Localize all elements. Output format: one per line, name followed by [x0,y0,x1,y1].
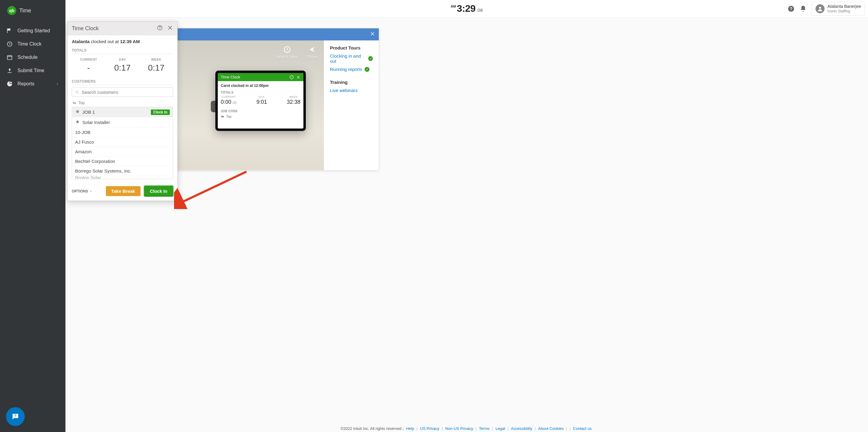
customer-breadcrumb[interactable]: Top [67,99,177,107]
time-clock-modal: Time Clock Atalanta clocked out at 12:39… [67,22,178,201]
mini-week-lbl: WEEK [289,95,298,98]
separator: | [569,426,570,431]
nav-label: Getting Started [18,28,50,33]
mini-current-lbl: CURRENT [221,95,236,98]
search-icon [75,90,79,94]
options-label: OPTIONS [72,189,88,193]
customer-item[interactable]: Borrego Solar Systems, Inc. [72,166,173,176]
week-value: 0:17 [148,63,165,72]
status-line: Atalanta clocked out at 12:39 AM [67,35,177,46]
footer-link[interactable]: US Privacy [420,426,439,431]
nav-label: Reports [18,81,34,87]
customer-item[interactable]: Boston Solar [72,176,173,179]
status-mid: clocked out at [90,39,120,44]
chevron-right-icon [56,81,59,87]
clock-icon [7,41,13,47]
nav-submit-time[interactable]: Submit Time [0,64,65,77]
clock-in-pill[interactable]: Clock In [151,110,170,115]
upload-icon [7,68,13,73]
status-time: 12:39 AM [120,39,140,44]
annotation-arrow [174,170,252,209]
customer-item[interactable]: JOB 1Clock In [72,107,173,117]
tour-label: Running reports [330,67,362,72]
tour-clocking[interactable]: Clocking in and out [330,53,373,64]
training-webinars[interactable]: Live webinars [330,88,373,93]
product-tours-heading: Product Tours [330,45,373,51]
footer-link[interactable]: Accessibility [511,426,532,431]
mini-top: Top [218,114,303,120]
separator: | [403,426,404,431]
check-icon [365,67,369,72]
bell-icon[interactable] [800,5,807,12]
clock-seconds: :08 [476,7,483,13]
separator: | [476,426,476,431]
search-input[interactable] [82,90,170,95]
footer-link[interactable]: Contact us [573,426,592,431]
customer-item[interactable]: Amazon [72,147,173,157]
customer-item[interactable]: 10-JOB [72,128,173,137]
customer-name: Boston Solar [75,176,101,179]
close-icon[interactable] [167,25,173,32]
help-icon[interactable]: ? [787,5,795,12]
footer-link[interactable]: Help [406,426,414,431]
customer-item[interactable]: Solar Installer [72,117,173,128]
day-value: 0:17 [114,63,131,72]
footer-link[interactable]: Non-US Privacy [445,426,473,431]
mini-title: Time Clock [221,75,240,79]
check-icon [368,56,373,61]
tour-reports[interactable]: Running reports [330,67,373,72]
user-company: Iconic Staffing [828,9,861,13]
options-toggle[interactable]: OPTIONS [72,189,92,193]
training-label: Live webinars [330,88,358,93]
customer-name: 10-JOB [75,130,91,135]
calendar-icon [7,54,13,60]
separator: | [507,426,508,431]
customer-item[interactable]: AJ Fusco [72,137,173,147]
clock-hhmm: 3:29 [457,3,476,14]
nav-label: Submit Time [18,68,44,73]
customer-item[interactable]: Bechtel Corporation [72,157,173,166]
chat-help-icon: ? [11,412,20,421]
footer-link[interactable]: Legal [496,426,505,431]
search-input-wrap[interactable] [72,88,173,97]
current-time: AM 3:29 :08 [451,3,483,14]
nav-reports[interactable]: Reports [0,77,65,91]
main: AM 3:29 :08 ? Atalanta Banerjee Iconic S… [65,0,868,432]
current-label: CURRENT [72,58,105,61]
user-chip[interactable]: Atalanta Banerjee Iconic Staffing [812,2,865,16]
training-heading: Training [330,80,373,85]
clock-in-button[interactable]: Clock In [144,186,173,196]
svg-text:?: ? [789,6,792,11]
svg-text:?: ? [291,76,292,78]
customer-name: Solar Installer [82,120,110,125]
svg-line-11 [180,172,246,203]
watch-later-button[interactable]: Watch later [276,45,298,59]
nav-time-clock[interactable]: Time Clock [0,37,65,51]
nav-getting-started[interactable]: Getting Started [0,24,65,37]
clock-ampm: AM [451,4,456,8]
svg-text:?: ? [14,413,16,418]
share-button[interactable]: Share [307,45,318,59]
modal-header: Time Clock [67,22,177,35]
topbar: AM 3:29 :08 ? Atalanta Banerjee Iconic S… [65,0,868,18]
footer-link[interactable]: Terms [479,426,490,431]
customer-name: Borrego Solar Systems, Inc. [75,168,131,174]
take-break-button[interactable]: Take Break [106,186,141,196]
tour-label: Clocking in and out [330,53,366,64]
nav-schedule[interactable]: Schedule [0,51,65,64]
brand-name: Time [19,7,31,14]
nav-label: Time Clock [18,41,41,47]
help-fab-button[interactable]: ? [6,407,25,426]
flag-icon [7,28,13,34]
close-icon[interactable] [370,31,375,38]
footer-link[interactable]: About Cookies [538,426,564,431]
avatar-icon [815,4,825,13]
totals-heading: TOTALS [72,46,173,54]
help-icon[interactable] [157,25,163,32]
footer: ©2022 Intuit Inc. All rights reserved|He… [65,426,868,431]
week-label: WEEK [140,58,173,61]
help-icon: ? [289,75,294,79]
content-area: …ickBooks Time: what you can do… Watch l… [65,18,868,432]
separator: | [566,426,567,431]
modal-footer: OPTIONS Take Break Clock In [67,182,177,200]
